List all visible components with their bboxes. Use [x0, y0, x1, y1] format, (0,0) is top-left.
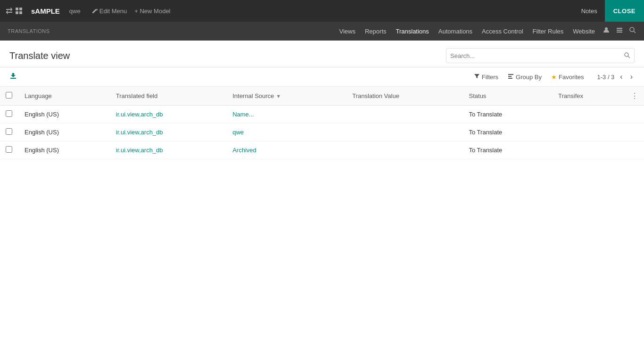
row-more-cell: [625, 106, 644, 123]
svg-rect-5: [617, 28, 622, 29]
model-name: qwe: [69, 8, 81, 15]
filter-icon: [474, 73, 480, 81]
svg-point-10: [625, 53, 628, 57]
nav-link-automations[interactable]: Automations: [438, 28, 472, 35]
main-content: Translate view Filters Group By ★: [0, 41, 644, 362]
list-icon[interactable]: [616, 26, 623, 36]
nav-link-reports[interactable]: Reports: [365, 28, 387, 35]
favorites-label: Favorites: [559, 74, 584, 81]
row-checkbox-3[interactable]: [6, 146, 12, 153]
section-label: TRANSLATIONS: [8, 28, 339, 34]
row-language: English (US): [19, 106, 110, 123]
select-all-col: [0, 87, 19, 106]
pagination-prev-button[interactable]: ‹: [618, 72, 624, 82]
translation-value-col-header: Translation Value: [347, 87, 463, 106]
nav-links: Views Reports Translations Automations A…: [339, 28, 595, 35]
favorites-button[interactable]: ★ Favorites: [547, 72, 587, 82]
internal-source-col-header[interactable]: Internal Source ▼: [227, 87, 347, 106]
person-icon[interactable]: [603, 26, 610, 36]
row-transifex: [553, 106, 625, 123]
nav-link-access-control[interactable]: Access Control: [482, 28, 523, 35]
row-language: English (US): [19, 141, 110, 159]
page-header: Translate view: [0, 41, 644, 67]
row-checkbox-2[interactable]: [6, 128, 12, 135]
row-status: To Translate: [463, 141, 553, 159]
svg-rect-1: [19, 8, 22, 10]
svg-rect-12: [10, 78, 16, 79]
group-by-button[interactable]: Group By: [504, 71, 545, 82]
row-translation-value: [347, 141, 463, 159]
language-col-header: Language: [19, 87, 110, 106]
nav-link-translations[interactable]: Translations: [396, 28, 429, 35]
table-body: English (US) ir.ui.view,arch_db Name... …: [0, 106, 644, 159]
search-icon[interactable]: [629, 26, 636, 36]
row-internal-source[interactable]: Archived: [227, 141, 347, 159]
toolbar: Filters Group By ★ Favorites 1-3 / 3 ‹ ›: [0, 67, 644, 87]
filters-button[interactable]: Filters: [470, 71, 502, 82]
nav-link-views[interactable]: Views: [339, 28, 355, 35]
row-more-cell: [625, 141, 644, 159]
search-submit-icon[interactable]: [624, 52, 630, 60]
row-transifex: [553, 123, 625, 141]
more-options-icon[interactable]: ⋮: [631, 92, 638, 100]
svg-rect-3: [19, 11, 22, 14]
svg-line-11: [628, 56, 630, 58]
secondary-navigation: TRANSLATIONS Views Reports Translations …: [0, 22, 644, 41]
favorites-star-icon: ★: [551, 74, 557, 81]
pagination: 1-3 / 3 ‹ ›: [597, 72, 635, 82]
row-more-cell: [625, 123, 644, 141]
search-bar: [446, 48, 635, 63]
row-checkbox-1[interactable]: [6, 110, 12, 117]
search-input[interactable]: [450, 52, 624, 59]
svg-rect-13: [508, 74, 513, 75]
edit-menu-button[interactable]: Edit Menu: [92, 8, 127, 15]
nav-link-website[interactable]: Website: [573, 28, 595, 35]
groupby-icon: [508, 73, 514, 81]
nav-link-filter-rules[interactable]: Filter Rules: [533, 28, 564, 35]
page-title: Translate view: [9, 50, 438, 61]
new-model-button[interactable]: + New Model: [134, 8, 170, 15]
close-button[interactable]: CLOSE: [605, 0, 644, 22]
status-col-label: Status: [469, 92, 487, 99]
select-all-checkbox[interactable]: [6, 92, 12, 99]
notes-button[interactable]: Notes: [581, 8, 597, 15]
row-internal-source[interactable]: qwe: [227, 123, 347, 141]
table-header-row: Language Translated field Internal Sourc…: [0, 87, 644, 106]
row-checkbox-cell: [0, 106, 19, 123]
svg-point-8: [630, 27, 634, 32]
table-row: English (US) ir.ui.view,arch_db Archived…: [0, 141, 644, 159]
grid-icon[interactable]: ⇄: [6, 6, 24, 16]
svg-line-9: [634, 31, 636, 33]
data-table: Language Translated field Internal Sourc…: [0, 87, 644, 159]
transifex-col-header: Transifex: [553, 87, 625, 106]
row-checkbox-cell: [0, 123, 19, 141]
status-col-header: Status: [463, 87, 553, 106]
row-transifex: [553, 141, 625, 159]
svg-rect-7: [617, 32, 622, 33]
translated-field-col-header: Translated field: [110, 87, 227, 106]
internal-source-col-label: Internal Source: [232, 92, 274, 99]
svg-rect-15: [508, 78, 512, 79]
row-internal-source[interactable]: Name...: [227, 106, 347, 123]
svg-rect-6: [617, 30, 622, 31]
table-row: English (US) ir.ui.view,arch_db qwe To T…: [0, 123, 644, 141]
row-translated-field[interactable]: ir.ui.view,arch_db: [110, 141, 227, 159]
svg-rect-0: [16, 8, 18, 10]
row-translated-field[interactable]: ir.ui.view,arch_db: [110, 123, 227, 141]
pagination-info: 1-3 / 3: [597, 74, 614, 81]
more-col-header[interactable]: ⋮: [625, 87, 644, 106]
translated-field-col-label: Translated field: [116, 92, 157, 99]
group-by-label: Group By: [516, 74, 542, 81]
row-checkbox-cell: [0, 141, 19, 159]
filters-label: Filters: [482, 74, 498, 81]
top-navigation: ⇄ sAMPLE qwe Edit Menu + New Model Notes…: [0, 0, 644, 22]
row-status: To Translate: [463, 106, 553, 123]
row-translated-field[interactable]: ir.ui.view,arch_db: [110, 106, 227, 123]
table-row: English (US) ir.ui.view,arch_db Name... …: [0, 106, 644, 123]
row-status: To Translate: [463, 123, 553, 141]
row-translation-value: [347, 123, 463, 141]
svg-rect-2: [16, 11, 18, 14]
download-button[interactable]: [9, 72, 17, 82]
pagination-next-button[interactable]: ›: [628, 72, 635, 82]
language-col-label: Language: [25, 92, 52, 99]
